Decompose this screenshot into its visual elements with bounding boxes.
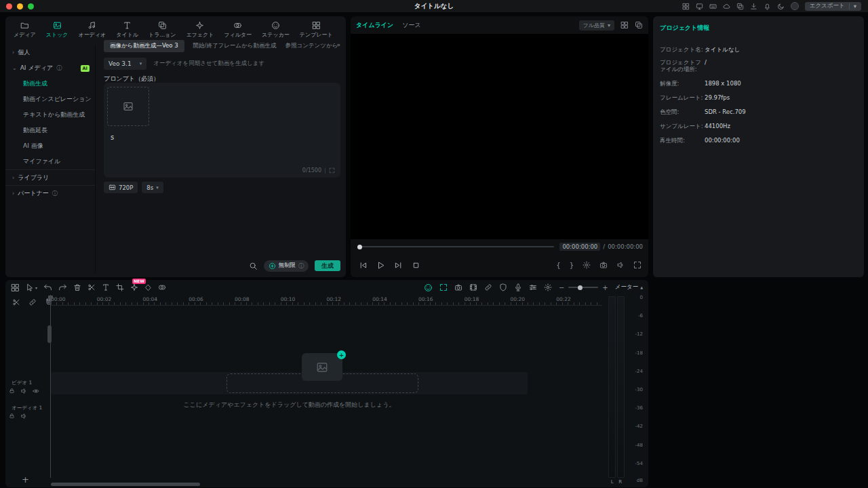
- sidebar-item-text-to-video[interactable]: テキストから動画生成: [5, 107, 95, 123]
- copyright-check-icon[interactable]: [499, 283, 507, 291]
- minimize-window-button[interactable]: [17, 3, 23, 9]
- image-upload-slot[interactable]: [107, 87, 149, 126]
- shortcuts-icon[interactable]: [709, 3, 717, 10]
- prompt-input[interactable]: s 0/1500: [104, 83, 340, 178]
- tab-templates[interactable]: テンプレート: [296, 19, 337, 41]
- hide-track-icon[interactable]: [33, 388, 39, 394]
- snapshot-icon[interactable]: [599, 261, 608, 269]
- mark-in-icon[interactable]: {: [556, 262, 560, 269]
- cloud-icon[interactable]: [723, 3, 730, 10]
- meter-menu-button[interactable]: メーター ▲: [615, 283, 643, 291]
- undo-button[interactable]: [43, 283, 52, 292]
- model-select[interactable]: Veo 3.1 ▾: [104, 58, 146, 70]
- timeline-horizontal-scrollbar[interactable]: [51, 483, 200, 486]
- info-icon[interactable]: ⓘ: [56, 64, 62, 72]
- snapshot-clip-icon[interactable]: [454, 283, 462, 291]
- next-frame-button[interactable]: [394, 261, 403, 270]
- sidebar-item-my-files[interactable]: マイファイル: [5, 154, 95, 169]
- seek-handle[interactable]: [357, 245, 362, 249]
- tab-source-preview[interactable]: ソース: [402, 21, 420, 30]
- quality-select[interactable]: フル品質 ▾: [579, 20, 614, 30]
- mask-button[interactable]: [158, 283, 166, 291]
- expand-prompt-icon[interactable]: [329, 167, 335, 174]
- resolution-select[interactable]: 720P: [104, 182, 138, 193]
- windows-layout-icon[interactable]: [736, 3, 744, 10]
- keyframe-button[interactable]: [144, 284, 152, 291]
- display-settings-icon[interactable]: [583, 261, 591, 269]
- duration-select[interactable]: 8s ▾: [142, 182, 163, 193]
- apps-icon[interactable]: [682, 3, 690, 10]
- sidebar-group-library[interactable]: › ライブラリ: [5, 169, 95, 185]
- tab-titles[interactable]: タイトル: [112, 19, 142, 41]
- add-track-button[interactable]: +: [22, 474, 29, 485]
- delete-button[interactable]: [73, 283, 81, 291]
- voiceover-icon[interactable]: [514, 283, 522, 291]
- screen-record-icon[interactable]: [696, 3, 703, 10]
- export-button[interactable]: エクスポート ▾: [805, 2, 861, 11]
- zoom-in-icon[interactable]: +: [602, 284, 608, 291]
- seek-bar[interactable]: [357, 246, 554, 247]
- sidebar-group-ai-media[interactable]: ⌄ AI メディア ⓘ AI: [5, 60, 95, 76]
- tab-reference-content[interactable]: 参照コンテンツから: [285, 42, 338, 50]
- audio-mixer-icon[interactable]: [529, 283, 537, 291]
- export-chevron-icon[interactable]: ▾: [854, 3, 856, 9]
- play-button[interactable]: [376, 261, 385, 270]
- select-tool[interactable]: ▾: [26, 283, 37, 291]
- zoom-window-button[interactable]: [28, 3, 34, 9]
- current-timecode[interactable]: 00:00:00:00: [559, 243, 600, 251]
- download-icon[interactable]: [750, 3, 757, 10]
- crop-button[interactable]: [116, 283, 124, 291]
- sidebar-item-ai-image[interactable]: AI 画像: [5, 138, 95, 154]
- credits-pill[interactable]: 無制限 ⓘ: [264, 260, 309, 272]
- link-clips-icon[interactable]: [484, 283, 492, 291]
- sidebar-item-video-inspiration[interactable]: 動画インスピレーション: [5, 92, 95, 107]
- tab-stock[interactable]: ストック: [42, 19, 73, 41]
- tab-timeline-preview[interactable]: タイムライン: [356, 21, 393, 30]
- settings-icon[interactable]: [544, 283, 552, 291]
- sidebar-item-video-extension[interactable]: 動画延長: [5, 123, 95, 138]
- tabs-overflow-icon[interactable]: »: [336, 41, 340, 48]
- tab-frames-to-video[interactable]: 開始/終了フレームから動画生成: [193, 42, 277, 50]
- split-button[interactable]: [87, 283, 96, 291]
- fullscreen-icon[interactable]: [633, 261, 642, 269]
- volume-icon[interactable]: [616, 261, 625, 269]
- previous-frame-button[interactable]: [359, 261, 368, 270]
- theme-icon[interactable]: [777, 3, 785, 10]
- mark-out-icon[interactable]: }: [570, 262, 574, 269]
- tab-stickers[interactable]: ステッカー: [258, 19, 294, 41]
- auto-reframe-icon[interactable]: [439, 283, 448, 291]
- sidebar-group-personal[interactable]: › 個人: [5, 45, 95, 60]
- mute-track-icon[interactable]: [20, 388, 27, 394]
- tab-filters[interactable]: フィルター: [220, 19, 256, 41]
- image-search-icon[interactable]: [249, 262, 258, 270]
- info-icon[interactable]: ⓘ: [52, 190, 58, 197]
- track-manager-icon[interactable]: [11, 283, 20, 292]
- generate-button[interactable]: 生成: [315, 260, 340, 271]
- link-icon[interactable]: [28, 298, 37, 306]
- tab-image-to-video[interactable]: 画像から動画生成—Veo 3: [104, 40, 184, 52]
- smart-edit-button[interactable]: NEW: [130, 283, 138, 291]
- tab-transitions[interactable]: トラ...ョン: [144, 19, 180, 41]
- lock-track-icon[interactable]: [9, 413, 15, 419]
- close-window-button[interactable]: [6, 3, 12, 9]
- sidebar-item-video-generation[interactable]: 動画生成: [5, 76, 95, 92]
- tab-media[interactable]: メディア: [9, 19, 40, 41]
- mute-track-icon[interactable]: [20, 413, 27, 420]
- zoom-slider[interactable]: [568, 287, 598, 288]
- tab-audio[interactable]: オーディオ: [75, 19, 111, 41]
- add-media-icon[interactable]: +: [337, 350, 346, 359]
- tab-effects[interactable]: エフェクト: [182, 19, 218, 41]
- emoji-reaction-icon[interactable]: [424, 283, 433, 292]
- timeline-ruler[interactable]: 00:00 00:02 00:04 00:06 00:08 00:10 00:1…: [51, 296, 602, 306]
- razor-icon[interactable]: [12, 298, 20, 306]
- track-header-splitter[interactable]: [47, 325, 52, 343]
- sidebar-group-partner[interactable]: › パートナー ⓘ: [5, 185, 95, 201]
- detach-preview-icon[interactable]: [635, 21, 643, 29]
- zoom-slider-handle[interactable]: [578, 285, 583, 290]
- multiview-icon[interactable]: [620, 21, 629, 29]
- zoom-out-icon[interactable]: −: [559, 284, 564, 291]
- notifications-icon[interactable]: [764, 3, 771, 10]
- user-avatar[interactable]: [791, 2, 799, 10]
- lock-track-icon[interactable]: [9, 388, 15, 394]
- text-tool-button[interactable]: [102, 283, 110, 291]
